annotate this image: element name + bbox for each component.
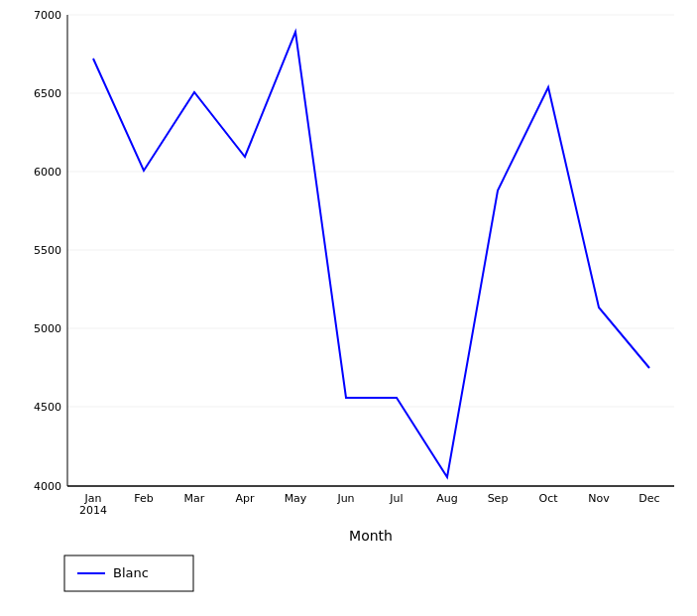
ytick-7000: 7000 [34,9,61,22]
xtick-aug: Aug [436,492,457,505]
xtick-nov: Nov [588,492,610,505]
data-line-blanc [93,32,649,477]
xtick-dec: Dec [639,492,659,505]
xtick-jul: Jul [389,492,403,505]
xtick-oct: Oct [538,492,558,505]
legend-label: Blanc [113,565,149,580]
xtick-apr: Apr [235,492,255,505]
xtick-mar: Mar [184,492,205,505]
xtick-may: May [285,492,307,505]
ytick-4000: 4000 [34,480,61,493]
xtick-sep: Sep [488,492,509,505]
ytick-5500: 5500 [34,244,61,257]
x-axis-label: Month [349,528,393,544]
ytick-6500: 6500 [34,87,61,100]
chart-svg: 7000 6500 6000 5500 5000 4500 4000 [0,0,697,616]
xtick-jan-year: 2014 [79,504,107,517]
chart-container: 7000 6500 6000 5500 5000 4500 4000 [0,0,697,616]
ytick-6000: 6000 [34,166,61,179]
ytick-5000: 5000 [34,322,61,335]
xtick-jun: Jun [336,492,354,505]
xtick-feb: Feb [134,492,153,505]
ytick-4500: 4500 [34,401,61,414]
